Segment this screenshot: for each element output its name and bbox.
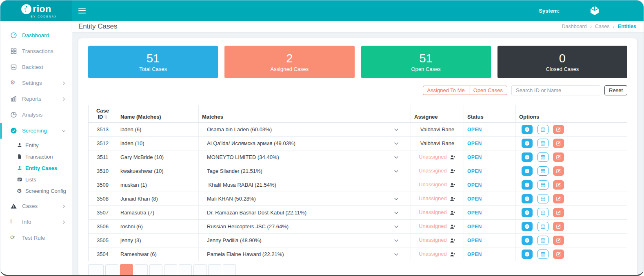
reset-button[interactable]: Reset [604, 85, 627, 95]
edit-button[interactable] [553, 125, 564, 134]
calendar-button[interactable] [537, 222, 549, 231]
edit-button[interactable] [553, 194, 564, 203]
assigned-to-me-filter-button[interactable]: Assigned To Me [423, 86, 469, 95]
assignee-cell: Unassigned [411, 150, 464, 164]
sidebar-item-reports[interactable]: Reports [0, 91, 72, 107]
page-button[interactable] [208, 264, 221, 276]
sidebar-item-dashboard[interactable]: Dashboard [0, 27, 72, 43]
assign-user-icon[interactable] [449, 251, 456, 258]
sidebar-item-transactions[interactable]: Transactions [0, 43, 72, 59]
stat-card-total-cases: 51 Total Cases [88, 46, 218, 78]
edit-button[interactable] [553, 166, 564, 176]
assign-user-icon[interactable] [449, 196, 456, 202]
expand-chevron-icon[interactable] [393, 223, 400, 230]
menu-toggle-icon[interactable] [78, 8, 86, 13]
sidebar-item-test-rule[interactable]: ⟳ Test Rule [0, 230, 72, 246]
header-name: Name (Matches) [117, 105, 199, 123]
sidebar-item-screening-config[interactable]: ⚙ Screening Config [0, 185, 72, 197]
info-button[interactable] [522, 152, 533, 162]
page-button[interactable] [179, 264, 192, 276]
system-cube-icon[interactable] [589, 5, 600, 16]
expand-chevron-icon[interactable] [393, 251, 400, 258]
search-input[interactable] [511, 85, 600, 95]
edit-button[interactable] [553, 208, 564, 217]
sidebar-item-analysis[interactable]: Analysis [0, 107, 72, 123]
info-button[interactable] [522, 250, 533, 259]
page-button[interactable] [88, 264, 104, 276]
calendar-button[interactable] [537, 208, 549, 217]
case-id-cell: 3510 [89, 164, 117, 178]
assign-user-icon[interactable] [449, 223, 456, 230]
info-button[interactable] [522, 166, 533, 176]
name-cell: Ramasutra (7) [117, 206, 199, 220]
assign-user-icon[interactable] [449, 237, 456, 244]
page-button[interactable] [223, 264, 236, 276]
info-button[interactable] [522, 222, 533, 231]
expand-chevron-icon[interactable] [393, 140, 400, 147]
calendar-button[interactable] [537, 250, 549, 259]
info-button[interactable] [522, 139, 533, 148]
chevron-right-icon [61, 220, 66, 225]
info-button[interactable] [522, 236, 533, 245]
calendar-button[interactable] [537, 125, 549, 134]
edit-button[interactable] [553, 139, 564, 148]
edit-button[interactable] [553, 152, 564, 162]
expand-chevron-icon[interactable] [393, 168, 400, 175]
sidebar-item-info[interactable]: i Info [0, 214, 72, 230]
page-button[interactable] [105, 264, 118, 276]
sidebar-item-transaction[interactable]: Transaction [0, 151, 72, 162]
page-button[interactable] [135, 264, 148, 276]
calendar-button[interactable] [537, 194, 549, 203]
filter-row: Assigned To Me Open Cases Reset [88, 85, 627, 95]
sidebar-item-entity-cases[interactable]: Entity Cases [0, 162, 72, 174]
page-button[interactable] [149, 264, 162, 276]
sidebar-item-entity[interactable]: Entity [0, 139, 72, 151]
case-id-cell: 3509 [89, 178, 117, 192]
info-button[interactable] [522, 180, 533, 190]
calendar-button[interactable] [537, 236, 549, 245]
assign-user-icon[interactable] [449, 182, 456, 188]
sort-icon[interactable]: ⇅ [104, 115, 107, 120]
page-button[interactable] [164, 264, 177, 276]
assign-user-icon[interactable] [449, 154, 456, 161]
info-button[interactable] [522, 208, 533, 217]
edit-button[interactable] [553, 236, 564, 245]
expand-chevron-icon[interactable] [393, 209, 400, 216]
calendar-button[interactable] [537, 152, 549, 162]
calendar-button[interactable] [537, 139, 549, 148]
assign-user-icon[interactable] [449, 168, 456, 174]
chevron-right-icon: › [613, 23, 615, 29]
expand-chevron-icon[interactable] [393, 126, 400, 133]
page-button[interactable] [120, 264, 133, 276]
calendar-button[interactable] [537, 166, 549, 176]
status-badge: OPEN [467, 224, 482, 230]
brand-subtitle: by CODENAX [31, 15, 57, 18]
page-button[interactable] [193, 264, 207, 276]
expand-chevron-icon[interactable] [393, 154, 400, 161]
edit-button[interactable] [553, 222, 564, 231]
breadcrumb-cases[interactable]: Cases [595, 24, 609, 29]
expand-chevron-icon[interactable] [393, 195, 400, 203]
calendar-button[interactable] [537, 180, 549, 190]
edit-button[interactable] [553, 250, 564, 259]
status-cell: OPEN [464, 192, 516, 206]
status-cell: OPEN [464, 137, 516, 150]
match-cell: Jenny Padilla (48.90%) [199, 234, 411, 247]
breadcrumb-dashboard[interactable]: Dashboard [562, 24, 587, 29]
sidebar-item-screening[interactable]: Screening [0, 123, 72, 139]
assign-user-icon[interactable] [449, 210, 456, 216]
info-button[interactable] [522, 194, 533, 203]
sidebar-item-backtest[interactable]: Backtest [0, 59, 72, 75]
name-cell: Rameshwar (6) [117, 247, 199, 261]
sidebar-item-cases[interactable]: Cases [0, 198, 72, 214]
case-id-cell: 3507 [89, 206, 117, 220]
sidebar-item-lists[interactable]: Lists [0, 174, 72, 185]
match-cell: Dr. Ramazan Bashar Dost-Kabul (22.11%) [199, 206, 411, 220]
info-button[interactable] [522, 125, 533, 134]
refresh-icon: ⟳ [10, 234, 17, 241]
sidebar-item-settings[interactable]: ⚙ Settings [0, 75, 72, 91]
header-case-id[interactable]: Case ID⇅ [89, 105, 117, 123]
expand-chevron-icon[interactable] [393, 237, 400, 244]
edit-button[interactable] [553, 180, 564, 190]
open-cases-filter-button[interactable]: Open Cases [469, 86, 507, 95]
